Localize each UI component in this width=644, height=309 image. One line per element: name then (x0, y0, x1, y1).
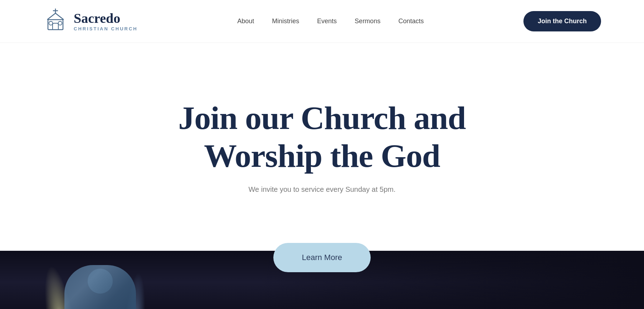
main-nav: About Ministries Events Sermons Contacts (237, 18, 424, 25)
hero-subtitle: We invite you to service every Sunday at… (249, 185, 396, 194)
logo-area: Sacredo CHRISTIAN CHURCH (43, 8, 138, 35)
nav-link-contacts[interactable]: Contacts (398, 18, 424, 25)
bottom-section: Learn More (0, 243, 644, 309)
nav-link-about[interactable]: About (237, 18, 254, 25)
learn-more-button[interactable]: Learn More (273, 243, 371, 272)
nav-link-events[interactable]: Events (317, 18, 337, 25)
cta-container: Learn More (0, 243, 644, 272)
hero-section: Join our Church and Worship the God We i… (0, 43, 644, 243)
svg-rect-4 (58, 21, 62, 25)
header: Sacredo CHRISTIAN CHURCH About Ministrie… (0, 0, 644, 43)
logo-text-block: Sacredo CHRISTIAN CHURCH (74, 11, 138, 31)
nav-link-ministries[interactable]: Ministries (272, 18, 299, 25)
join-church-button[interactable]: Join the Church (523, 11, 601, 31)
logo-subtitle: CHRISTIAN CHURCH (74, 26, 138, 31)
hero-title: Join our Church and Worship the God (178, 99, 465, 175)
church-icon (43, 8, 68, 35)
logo-name: Sacredo (74, 11, 138, 26)
nav-link-sermons[interactable]: Sermons (355, 18, 380, 25)
svg-rect-3 (49, 21, 53, 25)
